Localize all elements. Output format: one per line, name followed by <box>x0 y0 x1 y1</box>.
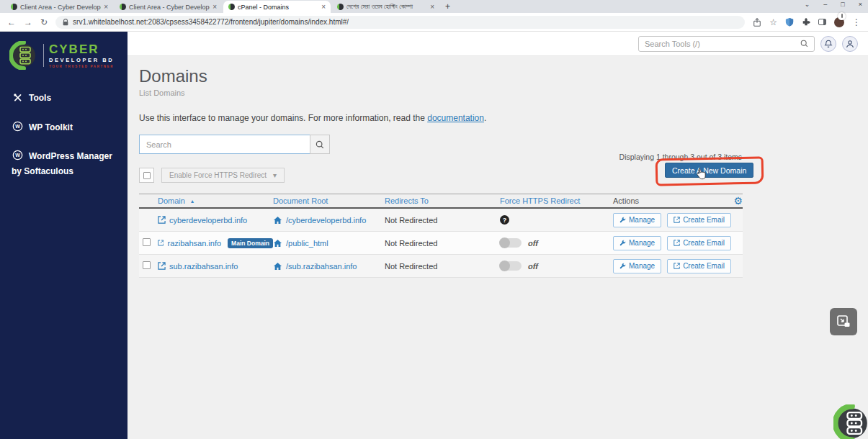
table-row: sub.razibahsan.info /sub.razibahsan.info… <box>139 255 743 278</box>
back-icon[interactable]: ← <box>7 18 16 27</box>
puzzle-extension-icon[interactable] <box>802 18 810 27</box>
column-header-redirects-to[interactable]: Redirects To <box>385 196 500 205</box>
create-email-button[interactable]: Create Email <box>667 213 731 227</box>
bulk-actions-row: Enable Force HTTPS Redirect ▾ <box>139 168 743 183</box>
search-tools-box[interactable] <box>638 36 815 52</box>
maximize-icon[interactable]: □ <box>841 1 844 8</box>
share-icon[interactable] <box>753 18 761 27</box>
profile-avatar[interactable] <box>834 17 844 27</box>
external-link-icon <box>674 240 680 246</box>
chevron-down-icon[interactable]: ⌄ <box>805 1 810 8</box>
sort-ascending-icon: ▴ <box>191 198 194 204</box>
wrench-icon <box>619 263 626 269</box>
row-checkbox[interactable] <box>143 238 151 246</box>
notifications-button[interactable] <box>820 36 836 52</box>
sidebar-item-tools[interactable]: Tools <box>0 84 127 114</box>
toggle-off-label: off <box>528 262 538 271</box>
close-icon[interactable]: × <box>321 3 326 11</box>
user-icon <box>846 40 854 48</box>
user-account-button[interactable] <box>842 36 858 52</box>
domain-link[interactable]: razibahsan.info <box>167 239 221 248</box>
browser-tab-client-area-2[interactable]: Client Area - Cyber Developer B × <box>115 1 222 13</box>
row-checkbox[interactable] <box>143 261 151 269</box>
domain-link[interactable]: cyberdeveloperbd.info <box>169 216 247 225</box>
close-icon[interactable]: × <box>212 3 217 11</box>
create-new-domain-button[interactable]: Create A New Domain <box>665 163 753 178</box>
browser-tab-client-area-1[interactable]: Client Area - Cyber Developer B × <box>6 1 113 13</box>
create-email-button[interactable]: Create Email <box>667 259 731 273</box>
sidebar-item-wp-toolkit[interactable]: WWP Toolkit <box>0 114 127 143</box>
column-header-force-https[interactable]: Force HTTPS Redirect <box>500 196 613 205</box>
document-root-link[interactable]: /sub.razibahsan.info <box>286 262 357 271</box>
caret-down-icon: ▾ <box>273 171 277 179</box>
close-window-icon[interactable]: × <box>859 1 862 8</box>
bookmark-star-icon[interactable]: ☆ <box>769 18 777 27</box>
column-header-document-root[interactable]: Document Root <box>273 196 385 205</box>
toggle-knob <box>499 261 510 271</box>
cpanel-app: CYBER DEVELOPER BD YOUR TRUSTED PARTNER … <box>0 32 868 439</box>
home-icon <box>273 262 282 271</box>
external-link-icon <box>158 216 166 224</box>
pagination-status: Displaying 1 through 3 out of 3 items <box>619 153 742 161</box>
help-question-icon[interactable]: ? <box>500 215 509 225</box>
manage-button[interactable]: Manage <box>613 236 661 250</box>
sidebar-menu: Tools WWP Toolkit WWordPress Manager by … <box>0 84 127 185</box>
external-link-icon <box>158 239 164 247</box>
force-https-bulk-button[interactable]: Enable Force HTTPS Redirect ▾ <box>161 168 285 183</box>
page-subtitle: List Domains <box>139 89 856 97</box>
manage-button[interactable]: Manage <box>613 259 661 273</box>
create-email-button[interactable]: Create Email <box>667 236 731 250</box>
new-tab-button[interactable]: + <box>445 1 450 12</box>
sidebar-item-label: Tools <box>29 93 51 103</box>
minimize-icon[interactable]: – <box>823 1 827 8</box>
manage-label: Manage <box>629 239 655 247</box>
column-header-domain[interactable]: Domain▴ <box>158 196 273 205</box>
tab-title: Client Area - Cyber Developer B <box>129 4 210 11</box>
table-row: razibahsan.info Main Domain /public_html… <box>139 232 743 255</box>
search-tools-input[interactable] <box>645 40 796 48</box>
reload-icon[interactable]: ↻ <box>40 18 48 27</box>
picture-in-picture-button[interactable] <box>830 308 857 335</box>
create-email-label: Create Email <box>683 239 725 247</box>
close-icon[interactable]: × <box>430 3 434 11</box>
wrench-icon <box>619 217 626 223</box>
external-link-icon <box>158 262 166 270</box>
domain-link[interactable]: sub.razibahsan.info <box>169 262 238 271</box>
table-header-row: Domain▴ Document Root Redirects To Force… <box>139 194 743 209</box>
manage-label: Manage <box>629 262 655 270</box>
select-all-checkbox[interactable] <box>139 168 154 183</box>
browser-tab-cpanel-domains[interactable]: cPanel - Domains × <box>223 1 331 13</box>
column-header-actions: Actions ⚙ <box>613 196 743 206</box>
gear-icon[interactable]: ⚙ <box>733 196 743 206</box>
forward-icon[interactable]: → <box>24 18 32 27</box>
manage-label: Manage <box>629 216 655 224</box>
browser-tab-hosting[interactable]: দেশের সেরা ওয়েব হোস্টিং কোম্পা × <box>332 1 439 13</box>
close-icon[interactable]: × <box>104 3 108 11</box>
picture-in-picture-icon <box>836 314 851 330</box>
https-toggle[interactable] <box>500 238 522 248</box>
documentation-link[interactable]: documentation <box>427 113 484 123</box>
shield-extension-icon[interactable] <box>785 17 794 27</box>
domain-search-input[interactable] <box>139 135 310 154</box>
side-panel-icon[interactable] <box>818 19 826 25</box>
document-root-link[interactable]: /public_html <box>286 239 328 248</box>
document-root-link[interactable]: /cyberdeveloperbd.info <box>286 216 366 225</box>
wordpress-icon: W <box>12 150 24 165</box>
sidebar-item-wordpress-manager[interactable]: WWordPress Manager by Softaculous <box>0 142 127 185</box>
cyber-developer-bd-logo-icon <box>833 404 868 439</box>
sidebar-item-label: WP Toolkit <box>29 122 73 132</box>
header-label: Actions <box>613 196 639 205</box>
top-bar <box>127 32 868 56</box>
manage-button[interactable]: Manage <box>613 213 661 227</box>
browser-menu-icon[interactable]: ⋮ <box>852 18 861 27</box>
domain-search-button[interactable] <box>310 135 330 154</box>
address-bar[interactable]: srv1.whitelabelhost.net:2083/cpsess34584… <box>55 16 745 29</box>
external-link-icon <box>674 217 680 223</box>
toggle-off-label: off <box>528 239 538 248</box>
browser-chrome: Client Area - Cyber Developer B × Client… <box>0 0 868 32</box>
cyber-favicon-icon <box>120 4 126 10</box>
redirects-to-value: Not Redirected <box>385 216 500 225</box>
logo-tagline: YOUR TRUSTED PARTNER <box>49 65 114 68</box>
https-toggle[interactable] <box>500 261 522 271</box>
cyber-favicon-icon <box>337 4 344 10</box>
